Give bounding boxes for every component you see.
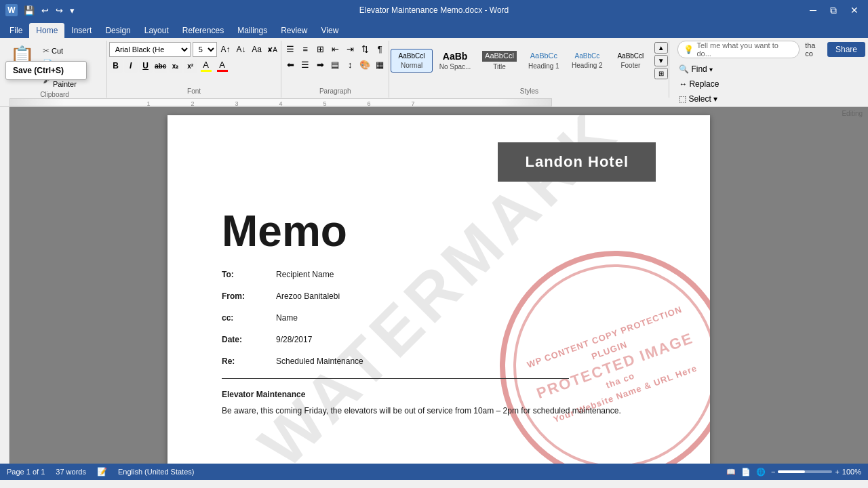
tab-mailings[interactable]: Mailings [231,23,274,38]
replace-button[interactable]: ↔ Replace [675,77,723,91]
document-page[interactable]: WATERMARK WP CONTENT COPY PROTECTION PLU… [167,115,710,464]
subscript-button[interactable]: x₂ [169,59,182,73]
to-value: Recipient Name [276,270,334,279]
align-center-button[interactable]: ☰ [298,58,312,71]
font-row-1: Arial Black (He 54 A↑ A↓ Aa ✘A [109,42,279,57]
underline-button[interactable]: U [139,59,153,73]
tab-home[interactable]: Home [29,23,64,38]
share-button[interactable]: Share [827,42,865,57]
close-button[interactable]: ✕ [846,3,863,17]
find-button[interactable]: 🔍 Find ▾ [675,62,716,76]
tell-me-box[interactable]: 💡 Tell me what you want to do... [677,41,800,58]
style-heading2[interactable]: AaBbCc Heading 2 [566,49,608,73]
styles-gallery: AaBbCcl Normal AaBb No Spac... AaBbCcl T… [391,42,668,79]
save-tooltip: Save (Ctrl+S) [5,61,87,80]
styles-scroll-up[interactable]: ▲ [654,42,668,54]
multilevel-button[interactable]: ⊞ [313,42,327,56]
text-highlight-button[interactable]: A [199,60,214,72]
zoom-out-button[interactable]: − [771,468,775,476]
ruler-marks: 1234567 [146,100,414,107]
tab-view[interactable]: View [315,23,346,38]
grow-font-button[interactable]: A↑ [219,43,233,56]
align-left-button[interactable]: ⬅ [283,58,297,71]
track-changes-icon[interactable]: 📝 [97,467,107,476]
title-bar: W 💾 ↩ ↪ ▾ Elevator Maintenance Memo.docx… [0,0,868,20]
web-layout-button[interactable]: 🌐 [756,468,766,476]
page-count: Page 1 of 1 [7,468,45,476]
re-label: Re: [222,357,276,366]
decrease-indent-button[interactable]: ⇤ [328,42,342,56]
date-label: Date: [222,335,276,344]
left-ruler [0,107,9,464]
user-name: tha co [805,41,825,58]
font-name-select[interactable]: Arial Black (He [109,42,191,57]
title-bar-controls: ─ ⧉ ✕ [806,3,863,18]
read-mode-button[interactable]: 📖 [726,468,736,476]
justify-button[interactable]: ▤ [328,58,342,71]
replace-icon: ↔ [679,79,687,89]
style-title[interactable]: AaBbCcl Title [477,47,521,73]
user-area: tha co Share [805,41,865,58]
style-no-spacing[interactable]: AaBb No Spac... [434,47,476,75]
styles-scroll-down[interactable]: ▼ [654,55,668,66]
show-formatting-button[interactable]: ¶ [373,42,387,56]
select-button[interactable]: ⬚ Select ▾ [675,92,722,106]
status-right: 📖 📄 🌐 − + 100% [726,468,861,476]
styles-content: AaBbCcl Normal AaBb No Spac... AaBbCcl T… [391,41,668,86]
cut-button[interactable]: ✂ Cut [40,45,104,57]
style-heading1[interactable]: AaBbCc Heading 1 [523,48,565,73]
strikethrough-button[interactable]: abc [154,59,167,73]
print-layout-button[interactable]: 📄 [741,468,751,476]
status-bar: Page 1 of 1 37 words 📝 English (United S… [0,464,868,480]
shrink-font-button[interactable]: A↓ [235,43,248,56]
document-scroll-area[interactable]: WATERMARK WP CONTENT COPY PROTECTION PLU… [9,107,868,464]
paragraph-content: ☰ ≡ ⊞ ⇤ ⇥ ⇅ ¶ ⬅ ☰ ➡ ▤ ↕ 🎨 ▦ [283,41,387,86]
ribbon: 📋 Paste Save (Ctrl+S) ✂ Cut 📄 Copy [0,38,868,98]
italic-button[interactable]: I [124,59,138,73]
redo-button[interactable]: ↪ [54,4,65,17]
font-case-button[interactable]: Aa [250,43,264,56]
from-value: Arezoo Banitalebi [276,291,340,301]
align-right-button[interactable]: ➡ [313,58,327,71]
zoom-bar [778,470,832,473]
paragraph-label: Paragraph [319,86,351,96]
increase-indent-button[interactable]: ⇥ [343,42,357,56]
style-normal[interactable]: AaBbCcl Normal [391,49,433,73]
zoom-in-button[interactable]: + [835,468,839,476]
ribbon-right-area: 💡 Tell me what you want to do... tha co … [672,41,865,98]
undo-button[interactable]: ↩ [39,4,51,17]
font-size-select[interactable]: 54 [193,42,217,57]
word-icon[interactable]: W [5,4,18,16]
bullets-button[interactable]: ☰ [283,42,297,56]
zoom-control[interactable]: − + 100% [771,468,861,476]
styles-more[interactable]: ⊞ [654,68,668,79]
tab-insert[interactable]: Insert [64,23,98,38]
from-label: From: [222,291,276,301]
tab-file[interactable]: File [3,23,29,38]
customize-qat-button[interactable]: ▾ [68,4,77,17]
minimize-button[interactable]: ─ [806,3,821,17]
re-value: Scheduled Maintenance [276,357,363,366]
superscript-button[interactable]: x² [184,59,197,73]
styles-label: Styles [520,86,538,96]
bold-button[interactable]: B [109,59,123,73]
save-button[interactable]: 💾 [22,4,37,17]
tab-layout[interactable]: Layout [138,23,176,38]
sort-button[interactable]: ⇅ [358,42,372,56]
tab-review[interactable]: Review [274,23,314,38]
line-spacing-button[interactable]: ↕ [343,58,357,71]
tab-design[interactable]: Design [98,23,137,38]
shading-button[interactable]: 🎨 [358,58,372,71]
language[interactable]: English (United States) [118,468,195,476]
borders-button[interactable]: ▦ [373,58,387,71]
font-label: Font [187,86,201,96]
clear-formatting-button[interactable]: ✘A [266,43,279,56]
numbering-button[interactable]: ≡ [298,42,312,56]
tab-references[interactable]: References [176,23,231,38]
restore-button[interactable]: ⧉ [826,3,841,18]
styles-scroll: ▲ ▼ ⊞ [654,42,668,79]
ruler: 1234567 [9,98,552,106]
select-icon: ⬚ [679,94,686,104]
font-color-button[interactable]: A [215,60,230,72]
style-footer[interactable]: AaBbCcl Footer [610,49,652,73]
